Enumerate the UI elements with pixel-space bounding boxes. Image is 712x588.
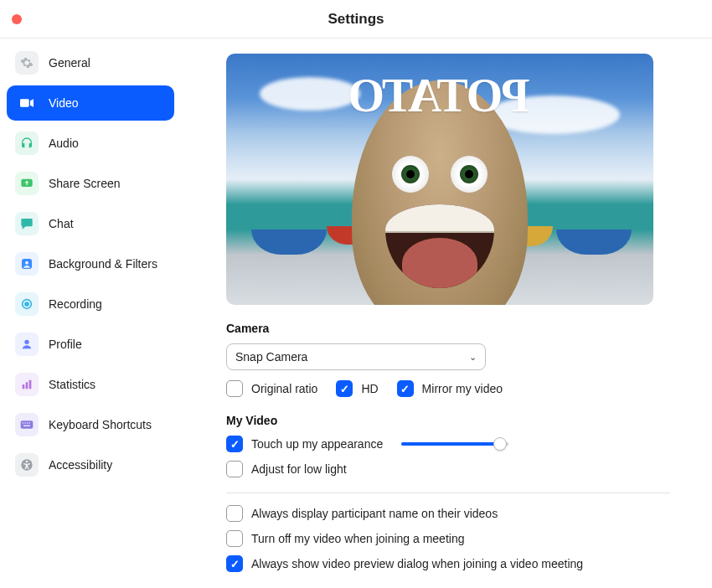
show-participant-name-checkbox[interactable] bbox=[226, 505, 243, 522]
gear-icon bbox=[15, 51, 39, 75]
video-preview: POTATO bbox=[226, 54, 653, 305]
chat-icon bbox=[15, 212, 39, 235]
sidebar-item-chat[interactable]: Chat bbox=[7, 206, 174, 241]
sidebar-item-general[interactable]: General bbox=[7, 45, 174, 80]
statistics-icon bbox=[15, 373, 39, 396]
sidebar-label: Chat bbox=[49, 217, 74, 230]
sidebar-item-share-screen[interactable]: Share Screen bbox=[7, 166, 174, 201]
sidebar-item-keyboard-shortcuts[interactable]: Keyboard Shortcuts bbox=[7, 407, 174, 442]
svg-rect-6 bbox=[23, 384, 25, 389]
sidebar-item-profile[interactable]: Profile bbox=[7, 327, 174, 362]
svg-rect-10 bbox=[23, 422, 23, 423]
camera-select-value: Snap Camera bbox=[235, 350, 307, 364]
svg-rect-12 bbox=[27, 422, 28, 423]
svg-rect-9 bbox=[21, 420, 34, 428]
svg-rect-13 bbox=[29, 422, 30, 423]
original-ratio-checkbox[interactable] bbox=[226, 380, 243, 397]
sidebar-label: Accessibility bbox=[49, 458, 112, 472]
my-video-section-label: My Video bbox=[226, 414, 670, 427]
divider bbox=[226, 493, 670, 493]
show-preview-dialog-label: Always show video preview dialog when jo… bbox=[251, 557, 583, 570]
sidebar-item-recording[interactable]: Recording bbox=[7, 286, 174, 322]
touch-up-checkbox[interactable] bbox=[226, 436, 243, 452]
preview-overlay-text: POTATO bbox=[226, 69, 653, 122]
sidebar-label: Profile bbox=[49, 338, 82, 351]
svg-point-16 bbox=[26, 461, 28, 463]
sidebar-label: Background & Filters bbox=[49, 257, 157, 271]
hd-checkbox[interactable] bbox=[336, 380, 353, 397]
share-screen-icon bbox=[15, 172, 39, 195]
svg-point-5 bbox=[24, 340, 28, 344]
slider-thumb[interactable] bbox=[493, 437, 507, 451]
sidebar-label: Video bbox=[49, 96, 79, 110]
sidebar-item-statistics[interactable]: Statistics bbox=[7, 367, 174, 402]
camera-select[interactable]: Snap Camera ⌄ bbox=[226, 343, 486, 370]
low-light-label: Adjust for low light bbox=[251, 462, 347, 476]
sidebar-label: Keyboard Shortcuts bbox=[49, 418, 152, 431]
sidebar-label: Recording bbox=[49, 297, 102, 311]
accessibility-icon bbox=[15, 453, 39, 477]
turn-off-video-on-join-checkbox[interactable] bbox=[226, 530, 243, 547]
background-icon bbox=[15, 252, 39, 276]
sidebar-label: Audio bbox=[49, 137, 79, 150]
sidebar: General Video Audio Share Screen Chat bbox=[0, 39, 179, 588]
svg-rect-11 bbox=[24, 422, 25, 423]
main-panel: POTATO Camera Snap Camera ⌄ Original rat… bbox=[179, 39, 712, 588]
touch-up-slider[interactable] bbox=[401, 442, 508, 446]
sidebar-label: Share Screen bbox=[49, 177, 121, 190]
window-title: Settings bbox=[0, 11, 712, 28]
profile-icon bbox=[15, 333, 39, 356]
svg-rect-7 bbox=[26, 382, 28, 389]
sidebar-label: General bbox=[49, 56, 90, 70]
content: General Video Audio Share Screen Chat bbox=[0, 39, 712, 588]
chevron-down-icon: ⌄ bbox=[469, 352, 477, 363]
low-light-checkbox[interactable] bbox=[226, 461, 243, 477]
headphones-icon bbox=[15, 132, 39, 155]
sidebar-label: Statistics bbox=[49, 378, 95, 391]
svg-point-2 bbox=[25, 261, 28, 265]
mirror-video-checkbox[interactable] bbox=[397, 380, 414, 397]
touch-up-label: Touch up my appearance bbox=[251, 437, 383, 451]
camera-section-label: Camera bbox=[226, 322, 670, 335]
svg-point-4 bbox=[25, 302, 28, 306]
show-preview-dialog-checkbox[interactable] bbox=[226, 555, 243, 572]
sidebar-item-background-filters[interactable]: Background & Filters bbox=[7, 246, 174, 281]
close-window-button[interactable] bbox=[12, 14, 22, 24]
record-icon bbox=[15, 292, 39, 316]
sidebar-item-video[interactable]: Video bbox=[7, 85, 174, 121]
mirror-video-label: Mirror my video bbox=[422, 382, 503, 395]
original-ratio-label: Original ratio bbox=[251, 382, 317, 395]
turn-off-video-on-join-label: Turn off my video when joining a meeting bbox=[251, 532, 464, 545]
video-icon bbox=[15, 91, 39, 115]
keyboard-icon bbox=[15, 413, 39, 436]
hd-label: HD bbox=[361, 382, 378, 395]
svg-rect-14 bbox=[23, 426, 30, 426]
sidebar-item-accessibility[interactable]: Accessibility bbox=[7, 447, 174, 482]
svg-rect-8 bbox=[29, 380, 32, 389]
show-participant-name-label: Always display participant name on their… bbox=[251, 507, 498, 520]
sidebar-item-audio[interactable]: Audio bbox=[7, 126, 174, 161]
titlebar: Settings bbox=[0, 0, 712, 39]
